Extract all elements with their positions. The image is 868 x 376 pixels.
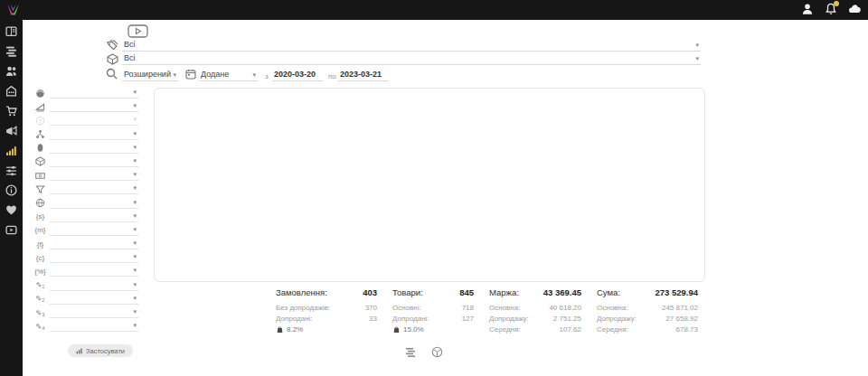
filter-row-level: ▾: [23, 100, 149, 114]
chevron-down-icon[interactable]: ▾: [133, 102, 137, 108]
chevron-down-icon[interactable]: ▾: [133, 240, 137, 246]
chevron-down-icon[interactable]: ▾: [133, 184, 137, 191]
upsell-share-badge: 15.0%: [392, 325, 474, 334]
sidebar-item-statistics[interactable]: [5, 145, 18, 156]
stat-sub-value: 27 658.92: [665, 314, 698, 324]
search-mode-select[interactable]: Розширений ▾: [122, 67, 178, 81]
bag-percent-icon: [276, 325, 284, 334]
chevron-down-icon[interactable]: ▾: [133, 308, 137, 315]
date-to-input[interactable]: 2023-03-21: [338, 67, 389, 81]
filter-row-custom-field-4: ✎₄▾: [23, 320, 149, 334]
chevron-down-icon[interactable]: ▾: [173, 71, 176, 79]
date-from-label: з: [265, 72, 269, 80]
chevron-down-icon[interactable]: ▾: [133, 89, 137, 95]
banknote-icon: [35, 171, 45, 181]
filter-select-var-t[interactable]: [50, 238, 138, 249]
chevron-down-icon[interactable]: ▾: [695, 55, 699, 62]
chevron-down-icon[interactable]: ▾: [133, 226, 137, 232]
stat-sub-value: 127: [462, 314, 474, 324]
filter-select-var-c[interactable]: [50, 251, 138, 263]
chevron-down-icon[interactable]: ▾: [133, 253, 137, 259]
filter-select-globe[interactable]: [50, 87, 138, 99]
filter-select-funnel[interactable]: [50, 183, 138, 194]
status-filter-field[interactable]: Всі ▾: [122, 38, 701, 52]
stat-column: Товари:845Основні:718Допродані:12715.0%: [392, 287, 474, 335]
apply-filters-button[interactable]: Застосувати: [68, 344, 133, 357]
chevron-down-icon[interactable]: ▾: [133, 281, 137, 287]
funnel-icon: [34, 183, 46, 194]
chevron-down-icon[interactable]: ▾: [133, 199, 137, 205]
filter-row-package: ▾: [23, 155, 149, 169]
filter-select-help[interactable]: [50, 114, 138, 126]
filter-select-hierarchy[interactable]: [50, 128, 138, 140]
stat-sub-value: 245 871.02: [662, 303, 698, 314]
chevron-down-icon[interactable]: ▾: [133, 267, 137, 273]
stat-sub-label: Середня:: [597, 324, 628, 335]
chevron-down-icon[interactable]: ▾: [133, 144, 137, 150]
sidebar-item-store[interactable]: [5, 85, 18, 97]
chevron-down-icon[interactable]: ▾: [133, 295, 137, 301]
stat-sub-row: Основні:718: [392, 303, 474, 314]
level-icon: [34, 101, 46, 112]
user-icon: [801, 3, 814, 15]
user-button[interactable]: [801, 3, 814, 17]
support-cloud-icon: [848, 3, 861, 15]
filter-select-var-m[interactable]: [50, 224, 138, 236]
bell-button[interactable]: [825, 3, 837, 17]
filter-row-custom-field-3: ✎₃▾: [23, 306, 149, 320]
sidebar-item-cart[interactable]: [5, 105, 18, 117]
sidebar-item-orders-list[interactable]: [5, 45, 18, 57]
chevron-down-icon[interactable]: ▾: [133, 171, 137, 177]
sidebar-item-clients[interactable]: [5, 65, 18, 77]
chevron-down-icon[interactable]: ▾: [133, 322, 137, 328]
chevron-down-icon[interactable]: ▾: [133, 212, 137, 219]
filter-select-level[interactable]: [50, 100, 138, 112]
chevron-down-icon[interactable]: ▾: [133, 130, 137, 136]
filter-select-custom-field-3[interactable]: [50, 306, 138, 318]
sidebar-item-video[interactable]: [5, 224, 18, 236]
brand-logo-icon[interactable]: [5, 3, 21, 17]
filter-select-package[interactable]: [50, 155, 138, 167]
clients-icon: [5, 65, 17, 77]
sidebar-item-info[interactable]: [5, 184, 18, 196]
date-to-label: по: [328, 72, 336, 80]
filter-select-globe-grid[interactable]: [50, 197, 138, 209]
date-field-select[interactable]: Додане ▾: [199, 67, 258, 81]
stat-sub-row: Середня:678.73: [597, 324, 698, 335]
support-cloud-button[interactable]: [848, 3, 861, 17]
filter-select-banknote[interactable]: [50, 169, 138, 181]
package-icon[interactable]: [431, 346, 443, 358]
apply-button-label: Застосувати: [86, 347, 125, 355]
sidebar-item-marketing[interactable]: [5, 125, 18, 136]
chevron-down-icon[interactable]: ▾: [133, 116, 137, 122]
stat-value: 403: [363, 287, 377, 297]
chevron-down-icon[interactable]: ▾: [133, 157, 137, 164]
stat-sub-row: Основна:245 871.02: [597, 303, 698, 314]
stat-sub-value: 33: [369, 314, 377, 324]
marketing-icon: [5, 125, 17, 136]
chevron-down-icon[interactable]: ▾: [695, 42, 699, 49]
filter-select-var-s[interactable]: [50, 211, 138, 222]
stat-sub-row: Допродані:127: [392, 314, 474, 324]
filter-select-var-percent[interactable]: [50, 265, 138, 277]
screen-icon[interactable]: [127, 24, 148, 38]
stat-sub-row: Допродажу:27 658.92: [597, 314, 698, 324]
filter-row-funnel: ▾: [23, 183, 149, 196]
sidebar-item-dashboard[interactable]: [5, 25, 18, 37]
filter-select-custom-field-1[interactable]: [50, 279, 138, 291]
var-percent-icon: {%}: [34, 266, 46, 277]
chart-panel: [154, 88, 705, 282]
product-filter-field[interactable]: Всі ▾: [122, 52, 701, 65]
stat-sub-label: Середня:: [489, 324, 521, 335]
orders-list-icon[interactable]: [405, 346, 417, 358]
filter-select-custom-field-4[interactable]: [50, 320, 138, 332]
sidebar-item-loyalty[interactable]: [5, 204, 18, 216]
search-icon[interactable]: [106, 68, 118, 80]
chevron-down-icon[interactable]: ▾: [252, 71, 256, 79]
topbar: [0, 0, 868, 20]
stat-sub-value: 370: [365, 303, 377, 314]
filter-select-custom-field-2[interactable]: [50, 293, 138, 305]
sidebar-item-settings-sliders[interactable]: [5, 164, 18, 176]
date-from-input[interactable]: 2020-03-20: [272, 67, 323, 81]
filter-select-fingerprint[interactable]: [50, 142, 138, 154]
